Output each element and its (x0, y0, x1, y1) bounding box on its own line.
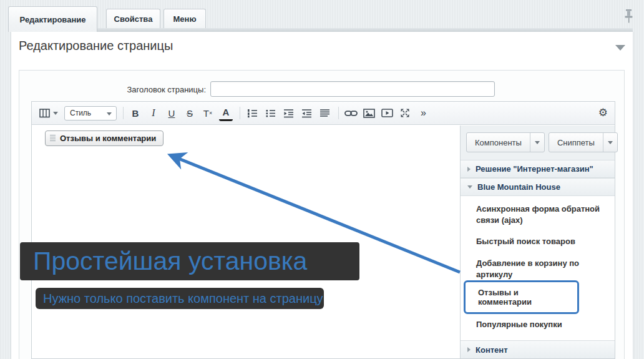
section-internet-shop-label: Решение "Интернет-магазин" (476, 164, 593, 174)
justify-button[interactable] (318, 105, 331, 121)
layout-dropdown-caret[interactable] (53, 112, 58, 115)
tab-editing[interactable]: Редактирование (8, 6, 97, 32)
link-icon (344, 109, 358, 117)
video-icon (381, 109, 393, 117)
tab-properties-label: Свойства (114, 14, 153, 24)
chevron-down-icon (608, 141, 613, 144)
placed-component-label: Отзывы и комментарии (60, 134, 156, 143)
list-item-reviews-highlighted[interactable]: Отзывы и комментарии (464, 280, 579, 314)
chevron-down-icon (467, 185, 472, 189)
remove-format-button[interactable]: T× (201, 105, 215, 121)
ordered-list-button[interactable] (245, 105, 259, 121)
snippets-dropdown-arrow[interactable] (603, 133, 617, 152)
section-blue-mountain-house-label: Blue Mountain House (477, 182, 560, 192)
italic-button[interactable]: I (147, 105, 160, 121)
page-title: Редактирование страницы (19, 39, 173, 53)
image-icon (363, 109, 375, 118)
section-content[interactable]: Контент (461, 340, 615, 358)
tab-editing-label: Редактирование (20, 15, 86, 24)
layout-columns-icon (39, 109, 51, 118)
section-content-label: Контент (476, 345, 508, 355)
outdent-button[interactable] (300, 105, 313, 121)
tab-properties[interactable]: Свойства (106, 9, 160, 28)
more-tools-button[interactable]: » (416, 105, 430, 121)
justify-icon (320, 109, 330, 118)
gear-icon[interactable]: ⚙ (598, 107, 608, 119)
toolbar-separator (123, 107, 124, 119)
bold-button[interactable]: B (129, 105, 142, 121)
style-select-caret (107, 112, 112, 116)
sidebar-buttons-row: Компоненты Сниппеты (466, 132, 618, 152)
bullet-list-icon (265, 109, 276, 118)
list-item-ajax-form[interactable]: Асинхронная форма обратной связи (ajax) (476, 204, 603, 226)
remove-format-t: T (203, 108, 209, 119)
chevron-down-icon (535, 141, 540, 144)
underline-button[interactable]: U (165, 105, 178, 121)
collapse-section-icon[interactable] (615, 45, 625, 51)
tab-menu[interactable]: Меню (163, 9, 206, 28)
toolbar-separator (338, 107, 339, 119)
list-item-add-to-cart[interactable]: Добавление в корзину по артикулу (476, 258, 603, 280)
style-select-value: Стиль (70, 109, 91, 117)
section-blue-mountain-house[interactable]: Blue Mountain House (461, 178, 615, 196)
page-heading-label: Заголовок страницы: (81, 85, 206, 94)
chevron-right-icon (467, 347, 471, 352)
component-list: Асинхронная форма обратной связи (ajax) … (461, 196, 615, 341)
layout-table-button[interactable] (38, 105, 52, 121)
list-item-popular-purchases[interactable]: Популярные покупки (476, 319, 603, 330)
promo-headline-text: Простейшая установка (33, 247, 307, 276)
remove-format-x: × (209, 110, 212, 116)
section-internet-shop[interactable]: Решение "Интернет-магазин" (461, 160, 615, 178)
snippets-button[interactable]: Сниппеты (549, 132, 618, 152)
chevron-right-icon (467, 167, 471, 172)
style-select[interactable]: Стиль (64, 106, 117, 120)
components-button-label: Компоненты (467, 133, 530, 152)
snippets-button-label: Сниппеты (549, 133, 603, 152)
indent-button[interactable] (281, 105, 295, 121)
promo-subheadline-banner: Нужно только поставить компонент на стра… (36, 288, 324, 309)
fullscreen-button[interactable] (398, 105, 412, 121)
text-color-button[interactable]: A (219, 105, 233, 121)
visual-editor: Стиль B I U S T× A (31, 101, 615, 359)
page-heading-input[interactable] (210, 81, 495, 97)
drag-handle-icon[interactable] (50, 135, 56, 142)
bullet-list-button[interactable] (263, 105, 277, 121)
editor-toolbar: Стиль B I U S T× A (32, 102, 615, 125)
list-item-quick-search[interactable]: Быстрый поиск товаров (476, 236, 603, 247)
ordered-list-icon (247, 109, 258, 118)
tab-menu-label: Меню (173, 14, 196, 24)
components-sidebar: Компоненты Сниппеты Решение "Интернет-ма… (460, 125, 615, 358)
outdent-icon (301, 109, 312, 118)
placed-component-button[interactable]: Отзывы и комментарии (45, 130, 163, 146)
indent-icon (283, 109, 294, 118)
components-dropdown-arrow[interactable] (530, 133, 544, 152)
insert-link-button[interactable] (344, 105, 358, 121)
components-button[interactable]: Компоненты (466, 132, 545, 152)
insert-image-button[interactable] (362, 105, 376, 121)
insert-video-button[interactable] (380, 105, 394, 121)
pin-icon[interactable] (623, 9, 634, 25)
fullscreen-icon (400, 108, 410, 118)
promo-subheadline-text: Нужно только поставить компонент на стра… (43, 292, 323, 306)
toolbar-separator (240, 107, 240, 119)
promo-headline-banner: Простейшая установка (20, 242, 359, 280)
tabbar-bottom-band (8, 28, 633, 32)
strikethrough-button[interactable]: S (183, 105, 197, 121)
